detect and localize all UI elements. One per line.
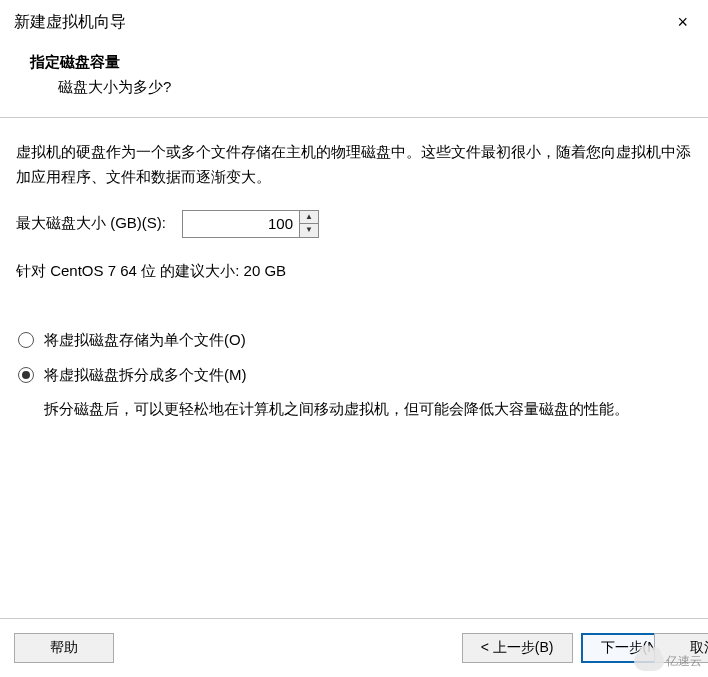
- close-icon[interactable]: ×: [671, 10, 694, 35]
- disk-size-spinner[interactable]: ▲ ▼: [182, 210, 319, 238]
- spinner-up-icon[interactable]: ▲: [300, 211, 318, 224]
- disk-size-label: 最大磁盘大小 (GB)(S):: [16, 214, 166, 233]
- watermark: 亿速云: [634, 651, 702, 671]
- radio-icon: [18, 332, 34, 348]
- watermark-text: 亿速云: [666, 653, 702, 670]
- radio-icon: [18, 367, 34, 383]
- disk-size-input[interactable]: [183, 211, 299, 237]
- radio-single-file[interactable]: 将虚拟磁盘存储为单个文件(O): [18, 331, 692, 350]
- page-subtitle: 磁盘大小为多少?: [30, 78, 678, 97]
- window-title: 新建虚拟机向导: [14, 12, 126, 33]
- radio-label: 将虚拟磁盘拆分成多个文件(M): [44, 366, 247, 385]
- back-button[interactable]: < 上一步(B): [462, 633, 573, 663]
- cloud-icon: [634, 651, 664, 671]
- radio-label: 将虚拟磁盘存储为单个文件(O): [44, 331, 246, 350]
- help-button[interactable]: 帮助: [14, 633, 114, 663]
- radio-split-files[interactable]: 将虚拟磁盘拆分成多个文件(M): [18, 366, 692, 385]
- split-description: 拆分磁盘后，可以更轻松地在计算机之间移动虚拟机，但可能会降低大容量磁盘的性能。: [18, 397, 692, 422]
- page-title: 指定磁盘容量: [30, 53, 678, 72]
- description-text: 虚拟机的硬盘作为一个或多个文件存储在主机的物理磁盘中。这些文件最初很小，随着您向…: [16, 140, 692, 190]
- recommended-size-text: 针对 CentOS 7 64 位 的建议大小: 20 GB: [16, 262, 692, 281]
- spinner-down-icon[interactable]: ▼: [300, 223, 318, 237]
